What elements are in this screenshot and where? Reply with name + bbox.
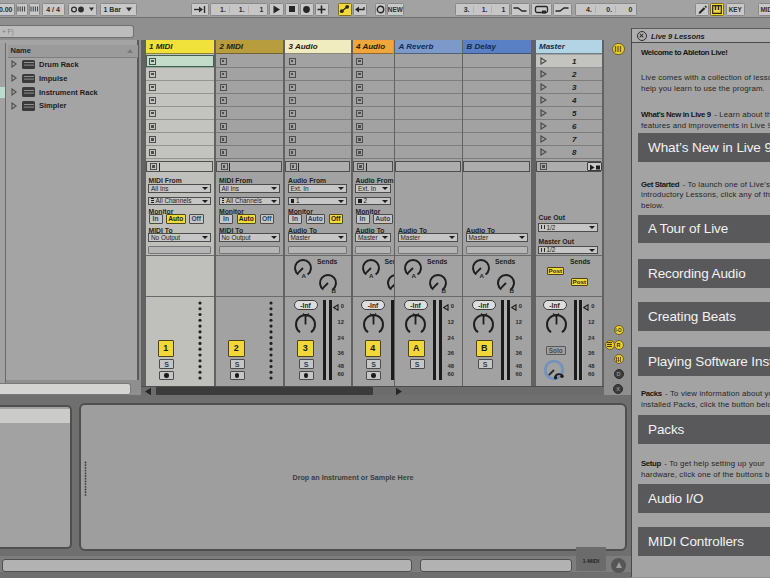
lesson-banner[interactable]: Creating Beats	[638, 302, 770, 331]
clip-stop-button[interactable]	[356, 84, 363, 91]
clip-slot[interactable]	[353, 94, 395, 107]
io-dropdown[interactable]: 1/2	[538, 246, 598, 255]
clip-stop-button[interactable]	[149, 84, 156, 91]
volume-field[interactable]: -Inf	[404, 300, 428, 310]
lesson-banner[interactable]: Recording Audio	[638, 259, 770, 288]
key-map-button[interactable]: KEY	[726, 3, 745, 16]
track-header[interactable]: 4 Audio	[353, 40, 393, 54]
play-button[interactable]	[269, 3, 284, 16]
io-dropdown[interactable]: 1/2	[538, 223, 598, 232]
clip-stop-button[interactable]	[149, 123, 156, 130]
track-stop-button[interactable]	[540, 163, 547, 170]
reenable-automation-button[interactable]	[353, 3, 367, 16]
track-header[interactable]: Master	[536, 40, 602, 54]
scene-slot[interactable]: 1	[536, 55, 602, 68]
clip-slot[interactable]	[146, 107, 215, 120]
follow-button[interactable]	[191, 3, 209, 16]
scene-play-icon[interactable]	[540, 57, 547, 65]
clip-slot[interactable]	[395, 107, 462, 120]
volume-field[interactable]: -Inf	[472, 300, 496, 310]
browser-item[interactable]: Impulse	[8, 71, 138, 85]
scene-play-icon[interactable]	[540, 109, 547, 117]
monitor-in-button[interactable]: In	[149, 214, 163, 224]
io-dropdown[interactable]: All Ins	[219, 184, 280, 193]
clip-stop-button[interactable]	[149, 136, 156, 143]
scene-play-icon[interactable]	[540, 96, 547, 104]
clip-slot[interactable]	[353, 68, 395, 81]
metronome-button[interactable]	[68, 3, 97, 16]
clip-slot[interactable]	[285, 94, 351, 107]
clip-stop-button[interactable]	[356, 97, 363, 104]
monitor-off-button[interactable]: Off	[260, 214, 275, 224]
track-letter-button[interactable]: B	[476, 340, 493, 357]
browser-item[interactable]: Instrument Rack	[8, 85, 138, 99]
scene-play-icon[interactable]	[540, 148, 547, 156]
solo-label-button[interactable]: Solo	[546, 346, 566, 355]
clip-slot[interactable]	[353, 107, 395, 120]
record-button[interactable]	[300, 3, 314, 16]
monitor-auto-button[interactable]: Auto	[306, 214, 326, 224]
volume-field[interactable]: -Inf	[361, 300, 385, 310]
clip-stop-button[interactable]	[289, 84, 296, 91]
clip-slot[interactable]	[216, 133, 283, 146]
punch-in-button[interactable]	[511, 3, 530, 16]
io-dropdown[interactable]: All Ins	[148, 184, 211, 193]
io-dropdown[interactable]: 2	[355, 197, 391, 206]
track-header[interactable]: A Reverb	[395, 40, 462, 54]
arrangement-position-display[interactable]: 1.1.1	[210, 3, 268, 16]
clip-stop-button[interactable]	[289, 58, 296, 65]
lesson-banner[interactable]: MIDI Controllers	[638, 527, 770, 556]
loop-button[interactable]	[531, 3, 552, 16]
clip-slot[interactable]	[216, 120, 283, 133]
track-number-button[interactable]: 4	[365, 340, 382, 357]
clip-stop-button[interactable]	[149, 110, 156, 117]
nudge-down-button[interactable]	[16, 3, 28, 16]
clip-stop-button[interactable]	[220, 84, 227, 91]
io-dropdown[interactable]: Master	[398, 233, 459, 242]
track-letter-button[interactable]: A	[408, 340, 425, 357]
expand-triangle-icon[interactable]	[11, 102, 17, 110]
clip-stop-button[interactable]	[220, 149, 227, 156]
stop-all-clips-button[interactable]	[587, 162, 602, 171]
clip-slot[interactable]	[216, 107, 283, 120]
clip-slot[interactable]	[353, 133, 395, 146]
clip-slot[interactable]	[463, 94, 531, 107]
device-drop-zone[interactable]: Drop an Instrument or Sample Here	[81, 405, 625, 549]
clip-slot[interactable]	[463, 120, 531, 133]
post-button-a[interactable]: Post	[547, 267, 565, 276]
expand-triangle-icon[interactable]	[11, 60, 17, 68]
clip-stop-button[interactable]	[149, 97, 156, 104]
monitor-auto-button[interactable]: Auto	[166, 214, 186, 224]
clip-stop-button[interactable]	[289, 123, 296, 130]
clip-slot[interactable]	[285, 120, 351, 133]
tempo-field[interactable]: 0.00	[0, 3, 15, 16]
clip-stop-button[interactable]	[289, 97, 296, 104]
track-stop-button[interactable]	[357, 163, 364, 170]
clip-slot[interactable]	[285, 146, 351, 159]
clip-stop-button[interactable]	[356, 123, 363, 130]
track-header[interactable]: 2 MIDI	[216, 40, 283, 54]
lesson-banner[interactable]: A Tour of Live	[638, 215, 770, 244]
track-stop-button[interactable]	[150, 163, 157, 170]
clip-slot[interactable]	[216, 146, 283, 159]
clip-stop-button[interactable]	[220, 136, 227, 143]
clip-stop-button[interactable]	[220, 97, 227, 104]
clip-slot[interactable]	[463, 68, 531, 81]
scene-play-icon[interactable]	[540, 122, 547, 130]
detail-toggle-button[interactable]	[611, 558, 626, 573]
monitor-in-button[interactable]: In	[288, 214, 302, 224]
clip-slot[interactable]	[463, 133, 531, 146]
clip-slot[interactable]	[463, 55, 531, 68]
track-number-button[interactable]: 1	[158, 340, 175, 357]
punch-out-button[interactable]	[553, 3, 572, 16]
arm-button[interactable]	[159, 371, 174, 381]
clip-stop-button[interactable]	[220, 110, 227, 117]
clip-stop-button[interactable]	[289, 71, 296, 78]
clip-slot[interactable]	[146, 94, 215, 107]
clip-stop-button[interactable]	[356, 58, 363, 65]
clip-slot[interactable]	[146, 81, 215, 94]
scene-play-icon[interactable]	[540, 70, 547, 78]
clip-slot[interactable]	[285, 68, 351, 81]
clip-slot[interactable]	[395, 146, 462, 159]
io-dropdown[interactable]: All Channels	[148, 197, 211, 206]
